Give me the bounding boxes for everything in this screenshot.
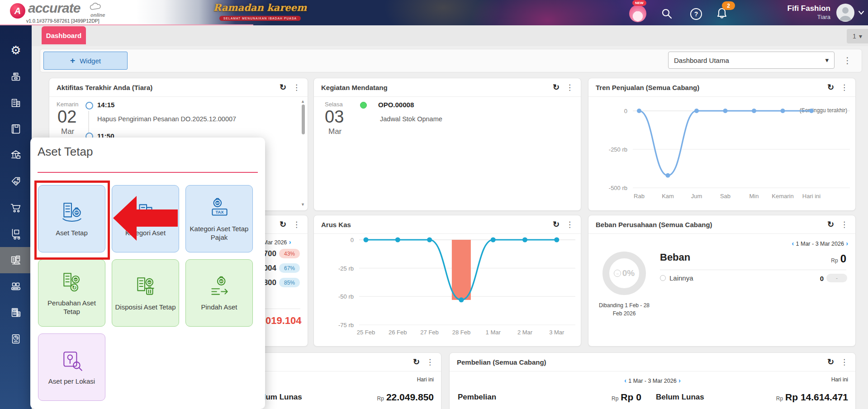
activity-text: Hapus Pengiriman Pesanan DO.2025.12.0000… (97, 115, 296, 123)
event-code: OPO.00008 (378, 101, 414, 109)
prev-period-icon[interactable]: ‹ (792, 240, 794, 247)
tile-aset-tetap[interactable]: RP Aset Tetap (38, 185, 105, 252)
card-beban-header: Beban Perusahaan (Semua Cabang) ↻ ⋮ (588, 215, 855, 234)
tab-strip (32, 25, 868, 46)
banner-subtitle: SELAMAT MENUNAIKAN IBADAH PUASA (219, 16, 301, 21)
kebab-menu-icon[interactable]: ⋮ (566, 221, 574, 228)
sidebar-item-company[interactable] (0, 90, 32, 116)
svg-text:Rab: Rab (634, 193, 645, 200)
help-icon[interactable]: ? (690, 8, 702, 20)
sidebar-item-fixed-assets[interactable] (0, 247, 32, 273)
cash-register-icon (9, 70, 23, 83)
next-period-icon[interactable]: › (289, 238, 291, 246)
tab-dashboard[interactable]: Dashboard (42, 26, 86, 44)
divider (660, 270, 846, 270)
refresh-icon[interactable]: ↻ (280, 220, 286, 228)
tab-counter[interactable]: 1 ▾ (847, 29, 868, 43)
dashboard-select[interactable]: Dashboard Utama ▾ (668, 52, 835, 69)
kebab-menu-icon[interactable]: ⋮ (840, 221, 848, 228)
legend-row: Lainnya (660, 274, 693, 282)
tile-perubahan-aset-tetap[interactable]: RP ↻ Perubahan Aset Tetap (38, 259, 105, 327)
card-arus-header: Arus Kas ↻ ⋮ (314, 215, 581, 234)
period-label: Hari ini (417, 376, 434, 383)
card-title: Kegiatan Mendatang (321, 84, 553, 91)
svg-text:Hari ini: Hari ini (802, 193, 821, 200)
svg-text:2 Mar: 2 Mar (517, 329, 533, 336)
card-tren-penjualan: Tren Penjualan (Semua Cabang) ↻ ⋮ (Semin… (588, 78, 856, 211)
belum-lunas-amount: RpRp 14.614.471 (776, 392, 848, 403)
sidebar-item-manufacturing[interactable] (0, 273, 32, 300)
sidebar-item-purchases[interactable] (0, 195, 32, 221)
sidebar-item-cash-register[interactable] (0, 63, 32, 90)
refresh-icon[interactable]: ↻ (827, 83, 834, 91)
kebab-menu-icon[interactable]: ⋮ (840, 84, 848, 91)
date-range: ‹ 1 Mar - 3 Mar 2026 › (792, 239, 848, 247)
kebab-menu-icon[interactable]: ⋮ (843, 55, 852, 66)
mascot-icon[interactable] (629, 5, 646, 22)
next-period-icon[interactable]: › (678, 377, 681, 384)
timeline-dot (85, 102, 93, 109)
user-name: Tiara (746, 14, 830, 20)
svg-text:-25 rb: -25 rb (338, 265, 354, 272)
fixed-asset-icon (9, 253, 23, 267)
cart-icon (9, 201, 23, 214)
buildings-icon (9, 96, 23, 109)
company-name: Fifi Fashion (746, 4, 830, 13)
card-beban: Beban Perusahaan (Semua Cabang) ↻ ⋮ ‹ 1 … (588, 215, 856, 347)
sidebar-item-banking[interactable] (0, 142, 32, 168)
chevron-down-icon[interactable] (858, 10, 865, 15)
asset-category-icon (133, 200, 158, 224)
add-widget-button[interactable]: + Widget (43, 52, 128, 70)
scroll-down-icon[interactable]: ▼ (301, 202, 305, 207)
scrollbar-thumb[interactable] (302, 105, 305, 134)
sidebar-item-settings[interactable]: ⚙ (0, 37, 32, 63)
tile-kategori-aset[interactable]: Kategori Aset (112, 185, 179, 252)
legend-badge: - (826, 274, 847, 282)
sidebar-item-tax[interactable]: TAX (0, 300, 32, 326)
compare-text: Dibanding 1 Feb - 28 Feb 2026 (593, 301, 656, 318)
sidebar-item-reports[interactable] (0, 326, 32, 352)
event-dot (360, 102, 367, 109)
kebab-menu-icon[interactable]: ⋮ (566, 84, 574, 91)
brand-online-label: online (90, 12, 105, 18)
tile-label: Kategori Aset (123, 229, 168, 238)
tile-pindah-aset[interactable]: RP Pindah Aset (185, 259, 253, 327)
refresh-icon[interactable]: ↻ (827, 220, 834, 228)
plus-icon: + (70, 56, 75, 66)
search-icon[interactable] (661, 8, 673, 19)
handtruck-icon (9, 227, 23, 241)
svg-text:TAX: TAX (215, 210, 224, 214)
tab-count-value: 1 (853, 33, 856, 40)
tile-disposisi-aset-tetap[interactable]: RP Disposisi Aset Tetap (112, 259, 179, 327)
tax-icon: TAX (9, 306, 23, 319)
prev-period-icon[interactable]: ‹ (624, 377, 626, 384)
svg-text:1 Mar: 1 Mar (486, 329, 501, 336)
refresh-icon[interactable]: ↻ (413, 358, 420, 366)
widget-button-label: Widget (80, 57, 101, 65)
sidebar-item-sales[interactable]: Rp (0, 168, 32, 195)
refresh-icon[interactable]: ↻ (827, 358, 834, 366)
tile-aset-per-lokasi[interactable]: Aset per Lokasi (38, 333, 105, 401)
scroll-up-icon[interactable]: ▲ (301, 99, 305, 104)
kebab-menu-icon[interactable]: ⋮ (426, 358, 434, 366)
tile-kategori-aset-tetap-pajak[interactable]: RP TAX Kategori Aset Tetap Pajak (185, 185, 253, 252)
sidebar-item-ledger[interactable] (0, 116, 32, 142)
popup-title: Aset Tetap (38, 145, 93, 159)
percent-badge: 67% (279, 263, 300, 273)
svg-text:Kemarin: Kemarin (772, 193, 793, 200)
refresh-icon[interactable]: ↻ (553, 220, 560, 228)
refresh-icon[interactable]: ↻ (553, 83, 560, 91)
brand-name: accurate (28, 0, 80, 16)
kebab-menu-icon[interactable]: ⋮ (293, 84, 300, 91)
tile-label: Aset per Lokasi (46, 377, 98, 386)
next-period-icon[interactable]: › (846, 240, 848, 247)
sidebar-item-inventory[interactable] (0, 221, 32, 247)
tile-label: Perubahan Aset Tetap (38, 299, 105, 316)
kebab-menu-icon[interactable]: ⋮ (840, 358, 848, 366)
refresh-icon[interactable]: ↻ (280, 83, 286, 91)
kebab-menu-icon[interactable]: ⋮ (293, 221, 300, 228)
avatar[interactable] (836, 4, 854, 22)
date-range: ‹ 1 Mar - 3 Mar 2026 › (624, 376, 681, 385)
cloud-icon (89, 3, 103, 11)
chevron-down-icon: ▾ (825, 56, 829, 64)
